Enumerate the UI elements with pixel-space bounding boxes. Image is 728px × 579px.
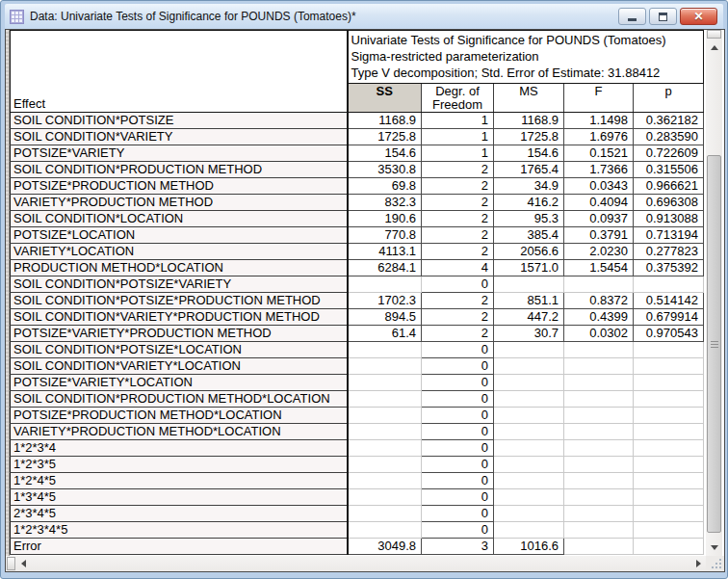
p-cell[interactable]: [634, 408, 704, 424]
effect-cell[interactable]: SOIL CONDITION*POTSIZE*VARIETY: [11, 276, 348, 293]
ms-cell[interactable]: [494, 489, 564, 506]
resize-grip[interactable]: [706, 556, 724, 571]
effect-cell[interactable]: POTSIZE*VARIETY: [11, 145, 348, 162]
minimize-button[interactable]: [618, 8, 646, 25]
f-cell[interactable]: [564, 489, 634, 506]
ss-cell[interactable]: [348, 457, 422, 473]
vertical-scroll-thumb[interactable]: [707, 155, 721, 533]
effect-cell[interactable]: POTSIZE*LOCATION: [11, 227, 348, 244]
ss-cell[interactable]: 1725.8: [348, 129, 422, 145]
f-cell[interactable]: [564, 473, 634, 489]
column-header-ms[interactable]: MS: [494, 84, 564, 113]
ss-cell[interactable]: 3530.8: [348, 162, 422, 178]
column-header-df[interactable]: Degr. of Freedom: [422, 84, 494, 113]
effect-cell[interactable]: PRODUCTION METHOD*LOCATION: [11, 260, 348, 276]
ms-cell[interactable]: 154.6: [494, 145, 564, 162]
ms-cell[interactable]: [494, 457, 564, 473]
ss-cell[interactable]: 154.6: [348, 145, 422, 162]
p-cell[interactable]: 0.970543: [634, 326, 704, 342]
f-cell[interactable]: 0.4399: [564, 309, 634, 326]
ss-cell[interactable]: 1168.9: [348, 113, 422, 129]
ms-cell[interactable]: [494, 506, 564, 522]
df-cell[interactable]: 1: [422, 113, 494, 129]
p-cell[interactable]: [634, 506, 704, 522]
ms-cell[interactable]: [494, 408, 564, 424]
p-cell[interactable]: 0.913088: [634, 211, 704, 227]
p-cell[interactable]: [634, 489, 704, 506]
ss-cell[interactable]: 61.4: [348, 326, 422, 342]
f-cell[interactable]: [564, 424, 634, 440]
ss-cell[interactable]: [348, 408, 422, 424]
ss-cell[interactable]: 832.3: [348, 195, 422, 211]
ss-cell[interactable]: [348, 358, 422, 375]
df-cell[interactable]: 2: [422, 162, 494, 178]
ms-cell[interactable]: 1725.8: [494, 129, 564, 145]
p-cell[interactable]: [634, 391, 704, 408]
ms-cell[interactable]: [494, 473, 564, 489]
df-cell[interactable]: 2: [422, 244, 494, 260]
df-cell[interactable]: 2: [422, 178, 494, 195]
effect-cell[interactable]: SOIL CONDITION*LOCATION: [11, 211, 348, 227]
p-cell[interactable]: 0.679914: [634, 309, 704, 326]
ms-cell[interactable]: 1168.9: [494, 113, 564, 129]
f-cell[interactable]: 0.1521: [564, 145, 634, 162]
p-cell[interactable]: [634, 473, 704, 489]
effect-cell[interactable]: SOIL CONDITION*VARIETY*LOCATION: [11, 358, 348, 375]
ss-cell[interactable]: 6284.1: [348, 260, 422, 276]
column-header-ss[interactable]: SS: [348, 84, 422, 113]
ss-cell[interactable]: 4113.1: [348, 244, 422, 260]
df-cell[interactable]: 2: [422, 326, 494, 342]
vertical-scrollbar[interactable]: [706, 30, 722, 556]
ss-cell[interactable]: [348, 342, 422, 358]
column-header-f[interactable]: F: [564, 84, 634, 113]
ms-cell[interactable]: 447.2: [494, 309, 564, 326]
df-cell[interactable]: 0: [422, 522, 494, 539]
column-header-p[interactable]: p: [634, 84, 704, 113]
f-cell[interactable]: 0.0302: [564, 326, 634, 342]
ss-cell[interactable]: [348, 440, 422, 457]
f-cell[interactable]: 0.3791: [564, 227, 634, 244]
df-cell[interactable]: 2: [422, 227, 494, 244]
p-cell[interactable]: 0.375392: [634, 260, 704, 276]
effect-cell[interactable]: 1*2*3*5: [11, 457, 348, 473]
p-cell[interactable]: 0.277823: [634, 244, 704, 260]
ss-cell[interactable]: 1702.3: [348, 293, 422, 309]
df-cell[interactable]: 0: [422, 424, 494, 440]
p-cell[interactable]: [634, 457, 704, 473]
p-cell[interactable]: 0.362182: [634, 113, 704, 129]
ms-cell[interactable]: [494, 375, 564, 391]
effect-cell[interactable]: SOIL CONDITION*VARIETY*PRODUCTION METHOD: [11, 309, 348, 326]
df-cell[interactable]: 0: [422, 342, 494, 358]
ss-cell[interactable]: [348, 375, 422, 391]
effect-cell[interactable]: SOIL CONDITION*PRODUCTION METHOD*LOCATIO…: [11, 391, 348, 408]
f-cell[interactable]: 0.4094: [564, 195, 634, 211]
ss-cell[interactable]: [348, 506, 422, 522]
effect-cell[interactable]: SOIL CONDITION*PRODUCTION METHOD: [11, 162, 348, 178]
effect-cell[interactable]: SOIL CONDITION*POTSIZE*LOCATION: [11, 342, 348, 358]
ms-cell[interactable]: [494, 440, 564, 457]
p-cell[interactable]: 0.283590: [634, 129, 704, 145]
p-cell[interactable]: [634, 440, 704, 457]
effect-column-header[interactable]: Effect: [11, 31, 348, 113]
effect-cell[interactable]: POTSIZE*PRODUCTION METHOD: [11, 178, 348, 195]
f-cell[interactable]: [564, 457, 634, 473]
ss-cell[interactable]: 3049.8: [348, 539, 422, 555]
ss-cell[interactable]: [348, 276, 422, 293]
horizontal-scrollbar[interactable]: [6, 556, 706, 571]
df-cell[interactable]: 1: [422, 129, 494, 145]
effect-cell[interactable]: POTSIZE*VARIETY*PRODUCTION METHOD: [11, 326, 348, 342]
p-cell[interactable]: 0.696308: [634, 195, 704, 211]
f-cell[interactable]: [564, 391, 634, 408]
f-cell[interactable]: 0.0937: [564, 211, 634, 227]
df-cell[interactable]: 4: [422, 260, 494, 276]
scroll-up-button[interactable]: [707, 39, 721, 55]
ms-cell[interactable]: [494, 424, 564, 440]
ms-cell[interactable]: [494, 522, 564, 539]
df-cell[interactable]: 0: [422, 457, 494, 473]
scrollbar-split-box[interactable]: [707, 30, 721, 39]
df-cell[interactable]: 2: [422, 309, 494, 326]
effect-cell[interactable]: VARIETY*LOCATION: [11, 244, 348, 260]
effect-cell[interactable]: POTSIZE*PRODUCTION METHOD*LOCATION: [11, 408, 348, 424]
df-cell[interactable]: 2: [422, 195, 494, 211]
ss-cell[interactable]: 69.8: [348, 178, 422, 195]
